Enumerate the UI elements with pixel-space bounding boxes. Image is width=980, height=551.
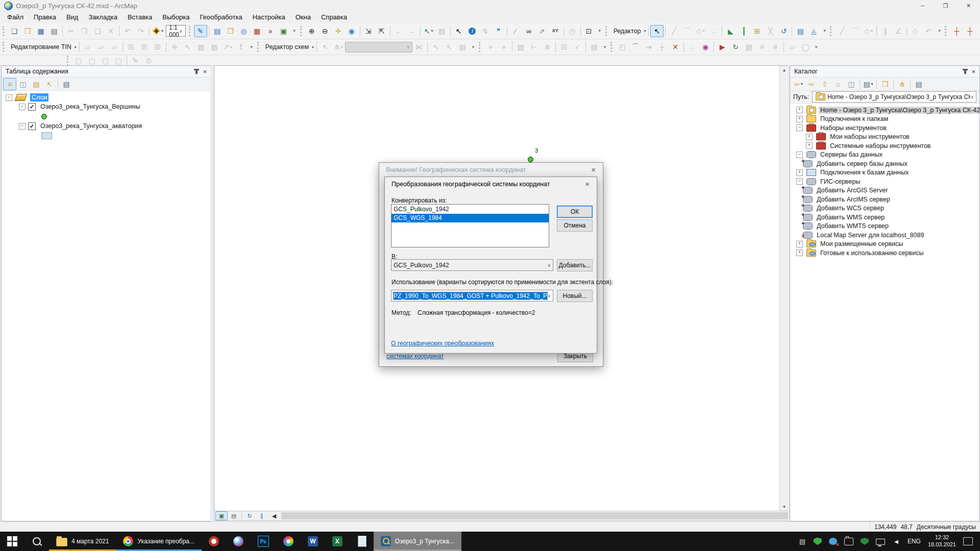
catalog-item-label[interactable]: Мои наборы инструментов [828,133,911,140]
tin-add-polygon-button[interactable]: ▱ [108,41,121,53]
advanced-line-button[interactable]: ╱ [835,25,848,37]
python-window-button[interactable]: » [264,25,277,37]
georef-grid-button[interactable]: # [769,41,782,53]
new-document-button[interactable]: ❏ [8,25,21,37]
layout-zoom-button[interactable]: ▢ [85,55,99,67]
georef-refresh-button[interactable]: ↻ [729,41,742,53]
tin-delete-triangle-button[interactable]: ☒ [151,41,164,53]
toolbar-grip[interactable] [257,42,260,52]
menu-item[interactable]: Вставка [122,12,157,22]
toolbar-grip[interactable] [479,42,482,52]
advanced-arc-button[interactable]: ⌒ [848,25,862,37]
rotate-feature-button[interactable]: ↺ [777,25,790,37]
scroll-up-icon[interactable]: ▲ [782,66,787,74]
catalog-tree-item[interactable]: + Подключения к базам данных [790,168,979,178]
toolbar-overflow-button[interactable]: ▾ [290,25,299,37]
layout-full-button[interactable]: ▢ [112,55,125,67]
restore-button[interactable]: ❐ [934,0,957,11]
expander[interactable]: + [796,116,803,122]
coordinate-systems-link[interactable]: системах координат [386,353,444,360]
georef-links-button[interactable]: ▧ [742,41,755,53]
catalog-home-button[interactable]: ⌂ [831,78,845,90]
viewer-window-button[interactable]: ⊡ [582,25,596,37]
fixed-zoom-out-button[interactable]: ⇱ [375,25,388,37]
menu-item[interactable]: Геообработка [194,12,247,22]
tin-move-node-button[interactable]: ✛ [168,41,181,53]
catalog-tree-view-button[interactable]: ⋔ [895,78,909,90]
schematic-select-alt-button[interactable]: ↖ [443,41,456,53]
minimize-button[interactable]: ─ [911,0,934,11]
new-button[interactable]: Новый... [557,290,593,302]
toc-root-row[interactable]: − Слои [2,93,211,102]
layer-label[interactable]: Озеро3_река_Тунгуска_Вершины [39,103,141,111]
editor-pencil-button[interactable]: ✎ [194,25,207,37]
taskbar-photoshop-button[interactable]: Ps [251,532,276,551]
convert-from-listbox[interactable]: GCS_Pulkovo_1942 GCS_WGS_1984 [391,204,549,247]
delete-button[interactable]: ✕ [104,25,117,37]
full-extent-button[interactable]: ◉ [345,25,358,37]
catalog-item-label[interactable]: ГИС-серверы [819,178,862,185]
layout-tool-button[interactable]: ▢ [72,55,85,67]
tin-add-line-button[interactable]: ▱ [94,41,108,53]
layer-symbol[interactable] [41,114,47,119]
save-button[interactable]: ▦ [34,25,47,37]
schematic-move-button[interactable]: ↖ [318,41,332,53]
tin-editing-menu-button[interactable]: Редактирование TIN ▾ [8,41,78,53]
coordinate-system-option[interactable]: GCS_WGS_1984 [391,214,549,222]
schematic-rotate-button[interactable]: ⋔ ▾ [332,41,345,53]
drweb-icon[interactable] [814,538,822,545]
report-window-button[interactable]: ▤ [587,41,601,53]
rep-bezier-button[interactable]: ⌒ [629,41,642,53]
expander[interactable]: − [19,104,26,110]
layer-label[interactable]: Озеро3_река_Тунгуска_акватория [39,122,143,130]
close-icon[interactable]: × [203,68,207,75]
expander[interactable]: + [796,249,803,256]
menu-item[interactable]: Вид [61,12,84,22]
clear-selection-button[interactable]: ▧ [435,25,449,37]
network-check-button[interactable]: ⋔ [541,41,554,53]
catalog-item-label[interactable]: Home - Озеро 3_р Тунгуска\Озеро 3_р Тунг… [819,107,979,114]
toc-list-by-source-button[interactable]: ◫ [16,78,30,90]
toc-list-by-drawing-order-button[interactable]: ≡ [3,78,16,90]
usage-combo[interactable]: PZ_1990_To_WGS_1984_GOST + Pulkovo_1942_… [391,290,553,302]
toc-list-by-selection-button[interactable]: ↖ [43,78,56,90]
close-icon[interactable]: × [971,68,975,75]
catalog-tree-item[interactable]: − ГИС-серверы [790,177,979,186]
go-to-xy-button[interactable]: XY [549,25,562,37]
catalog-item-label[interactable]: Системные наборы инструментов [828,142,933,149]
tin-up-button[interactable]: ↥ [234,41,248,53]
data-view-button[interactable]: ▣ [215,511,228,520]
catalog-item-label[interactable]: Наборы инструментов [819,124,888,132]
catalog-tree-item[interactable]: − Наборы инструментов [790,123,979,133]
catalog-item-label[interactable]: Добавить ArcIMS сервер [815,196,892,203]
catalog-item-label[interactable]: Подключения к папкам [819,115,890,122]
edit-tool-button[interactable]: ↖ [650,25,664,37]
toc-layer-row[interactable]: − ✓ Озеро3_река_Тунгуска_акватория [2,121,211,131]
catalog-back-button[interactable]: ⇦ ▾ [792,78,805,90]
undo-button[interactable]: ↶ [121,25,134,37]
catalog-contents-view-button[interactable]: ▤ ▾ [862,78,875,90]
taskbar-arcmap-button[interactable]: Озеро3_р Тунгуска... [374,532,461,551]
paste-button[interactable]: ❑ [91,25,104,37]
rep-rotate-button[interactable]: ✕ [669,41,682,53]
menu-item[interactable]: Справка [316,12,352,22]
tin-swap-edge-button[interactable]: ▧ [194,41,208,53]
rep-cross-button[interactable]: ┼ [655,41,669,53]
cut-button[interactable]: ✂ [64,25,78,37]
catalog-tree-item[interactable]: − Серверы баз данных [790,151,979,160]
forward-extent-button[interactable]: → [405,25,419,37]
layout-view-button[interactable]: ▤ [228,511,240,520]
catalog-window-button[interactable]: ❒ [224,25,237,37]
volume-icon[interactable]: ◄ [892,537,900,545]
toolbar-grip[interactable] [945,26,948,36]
catalog-item-label[interactable]: Добавить WMS сервер [815,214,886,221]
catalog-default-gdb-button[interactable]: ◫ [845,78,858,90]
toolbar-grip[interactable] [830,26,833,36]
schematic-properties-button[interactable]: ▤ [456,41,469,53]
tin-delete-node-button[interactable]: ☒ [125,41,138,53]
defender-shield-icon[interactable] [861,538,869,545]
expander[interactable]: + [796,107,803,113]
circle-select-button[interactable]: ◯ [799,41,812,53]
network-tools-button[interactable]: ▧ [514,41,527,53]
network-globe-icon[interactable] [829,538,837,545]
